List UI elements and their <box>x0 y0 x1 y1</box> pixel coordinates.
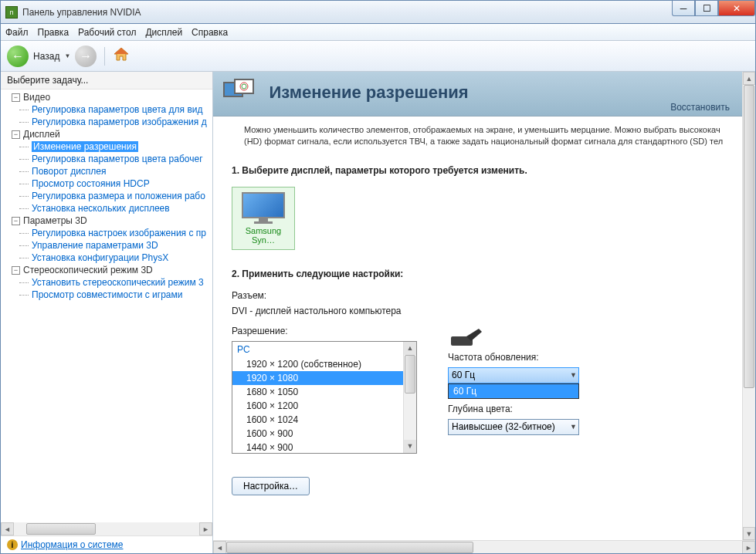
back-label: Назад <box>33 51 59 62</box>
menu-display[interactable]: Дисплей <box>145 27 182 38</box>
tree-item[interactable]: Регулировка параметров изображения д <box>1 116 212 128</box>
system-info-link[interactable]: Информация о системе <box>21 539 123 550</box>
minimize-button[interactable]: ─ <box>672 1 695 16</box>
tree-item-link[interactable]: Регулировка параметров цвета рабочег <box>32 154 203 164</box>
tree-item-link[interactable]: Установить стереоскопический режим 3 <box>32 277 204 288</box>
toolbar: ← Назад ▼ → <box>1 41 755 72</box>
scroll-thumb[interactable] <box>26 523 96 535</box>
tree-item[interactable]: Управление параметрами 3D <box>1 239 212 252</box>
window-title: Панель управления NVIDIA <box>22 7 141 18</box>
display-item[interactable]: Samsung Syn… <box>232 187 295 250</box>
tree-item-link[interactable]: Регулировка параметров изображения д <box>32 117 207 127</box>
refresh-value: 60 Гц <box>452 370 475 380</box>
tree-item[interactable]: Установка нескольких дисплеев <box>1 202 212 215</box>
scroll-left-icon[interactable]: ◄ <box>1 522 14 535</box>
menu-file[interactable]: Файл <box>5 27 29 38</box>
resolution-listbox[interactable]: PC 1920 × 1200 (собственное)1920 × 10801… <box>232 341 417 454</box>
back-history-dropdown[interactable]: ▼ <box>64 52 70 59</box>
chevron-down-icon: ▼ <box>570 371 577 379</box>
close-button[interactable]: ✕ <box>718 1 755 16</box>
sidebar-hscroll[interactable]: ◄ ► <box>1 522 212 535</box>
svg-rect-3 <box>235 79 253 93</box>
monitor-icon <box>242 192 285 223</box>
sidebar-header: Выберите задачу... <box>1 72 212 90</box>
step1-title: 1. Выберите дисплей, параметры которого … <box>232 165 724 176</box>
scroll-thumb[interactable] <box>226 542 473 553</box>
scroll-thumb[interactable] <box>405 355 415 394</box>
menu-edit[interactable]: Правка <box>38 27 69 38</box>
svg-marker-1 <box>114 48 128 54</box>
tree-item[interactable]: Установка конфигурации PhysX <box>1 252 212 264</box>
titlebar: n Панель управления NVIDIA ─ ☐ ✕ <box>0 0 756 23</box>
refresh-combobox[interactable]: 60 Гц ▼ 60 Гц <box>448 367 579 383</box>
refresh-dropdown-popup: 60 Гц <box>448 383 579 399</box>
scroll-up-icon[interactable]: ▲ <box>743 72 755 85</box>
depth-combobox[interactable]: Наивысшее (32-битное) ▼ <box>448 419 579 435</box>
connector-icon <box>448 326 485 349</box>
tree-group[interactable]: − Параметры 3D <box>1 215 212 227</box>
tree-item[interactable]: Установить стереоскопический режим 3 <box>1 276 212 289</box>
resolution-item[interactable]: 1920 × 1200 (собственное) <box>232 357 416 371</box>
tree-item-link[interactable]: Управление параметрами 3D <box>32 240 158 251</box>
tree-item-link[interactable]: Изменение разрешения <box>32 141 138 152</box>
resolution-item[interactable]: 1600 × 1200 <box>232 399 416 413</box>
nvidia-app-icon: n <box>5 6 18 19</box>
tree-item[interactable]: Просмотр совместимости с играми <box>1 289 212 301</box>
resolution-item[interactable]: 1680 × 1050 <box>232 385 416 399</box>
page-header: Изменение разрешения Восстановить <box>213 72 742 117</box>
scroll-thumb[interactable] <box>744 85 754 388</box>
tree-item-link[interactable]: Регулировка параметров цвета для вид <box>32 104 202 115</box>
tree-item[interactable]: Регулировка параметров цвета рабочег <box>1 153 212 165</box>
collapse-icon[interactable]: − <box>12 217 20 225</box>
scroll-right-icon[interactable]: ► <box>742 541 755 553</box>
forward-button[interactable]: → <box>75 46 97 67</box>
tree-item[interactable]: Регулировка настроек изображения с пр <box>1 227 212 239</box>
tree-item[interactable]: Изменение разрешения <box>1 140 212 153</box>
main-hscroll[interactable]: ◄ ► <box>213 540 755 553</box>
tree-item-link[interactable]: Установка конфигурации PhysX <box>32 252 168 263</box>
task-tree: − ВидеоРегулировка параметров цвета для … <box>1 90 212 522</box>
menu-desktop[interactable]: Рабочий стол <box>78 27 136 38</box>
refresh-option[interactable]: 60 Гц <box>449 384 578 398</box>
tree-group[interactable]: − Видео <box>1 91 212 103</box>
tree-item-link[interactable]: Регулировка размера и положения рабо <box>32 191 205 201</box>
chevron-down-icon: ▼ <box>570 423 577 431</box>
resolution-item[interactable]: 1920 × 1080 <box>232 371 416 385</box>
resolution-item[interactable]: 1440 × 900 <box>232 441 416 454</box>
tree-item-link[interactable]: Регулировка настроек изображения с пр <box>32 228 206 238</box>
scroll-down-icon[interactable]: ▼ <box>404 440 416 453</box>
tree-item[interactable]: Регулировка параметров цвета для вид <box>1 103 212 116</box>
tree-item-link[interactable]: Просмотр состояния HDCP <box>32 178 150 189</box>
maximize-button[interactable]: ☐ <box>695 1 718 16</box>
tree-group[interactable]: − Дисплей <box>1 128 212 140</box>
tree-item-link[interactable]: Просмотр совместимости с играми <box>32 289 182 300</box>
collapse-icon[interactable]: − <box>12 130 20 139</box>
resolution-scrollbar[interactable]: ▲ ▼ <box>403 342 416 453</box>
resolution-item[interactable]: 1600 × 1024 <box>232 413 416 427</box>
collapse-icon[interactable]: − <box>12 93 20 102</box>
monitors-icon <box>222 78 256 107</box>
tree-item-link[interactable]: Установка нескольких дисплеев <box>32 203 170 214</box>
restore-link[interactable]: Восстановить <box>670 102 730 113</box>
connector-value: DVI - дисплей настольного компьютера <box>232 306 724 316</box>
scroll-left-icon[interactable]: ◄ <box>213 541 226 553</box>
collapse-icon[interactable]: − <box>12 266 20 275</box>
back-button[interactable]: ← <box>7 46 29 67</box>
tree-item[interactable]: Регулировка размера и положения рабо <box>1 190 212 202</box>
home-button[interactable] <box>113 46 130 66</box>
customize-button[interactable]: Настройка… <box>232 477 310 495</box>
refresh-label: Частота обновления: <box>448 352 579 363</box>
tree-item[interactable]: Поворот дисплея <box>1 165 212 177</box>
main-vscroll[interactable]: ▲ ▼ <box>742 72 755 540</box>
page-title: Изменение разрешения <box>269 83 468 103</box>
scroll-right-icon[interactable]: ► <box>199 522 212 535</box>
info-icon: i <box>7 539 18 550</box>
sidebar-footer: iИнформация о системе <box>1 535 212 554</box>
menu-help[interactable]: Справка <box>192 27 228 38</box>
tree-item-link[interactable]: Поворот дисплея <box>32 166 107 177</box>
scroll-up-icon[interactable]: ▲ <box>404 342 416 355</box>
tree-item[interactable]: Просмотр состояния HDCP <box>1 177 212 190</box>
tree-group[interactable]: − Стереоскопический режим 3D <box>1 264 212 276</box>
scroll-down-icon[interactable]: ▼ <box>743 527 755 540</box>
resolution-item[interactable]: 1600 × 900 <box>232 427 416 441</box>
